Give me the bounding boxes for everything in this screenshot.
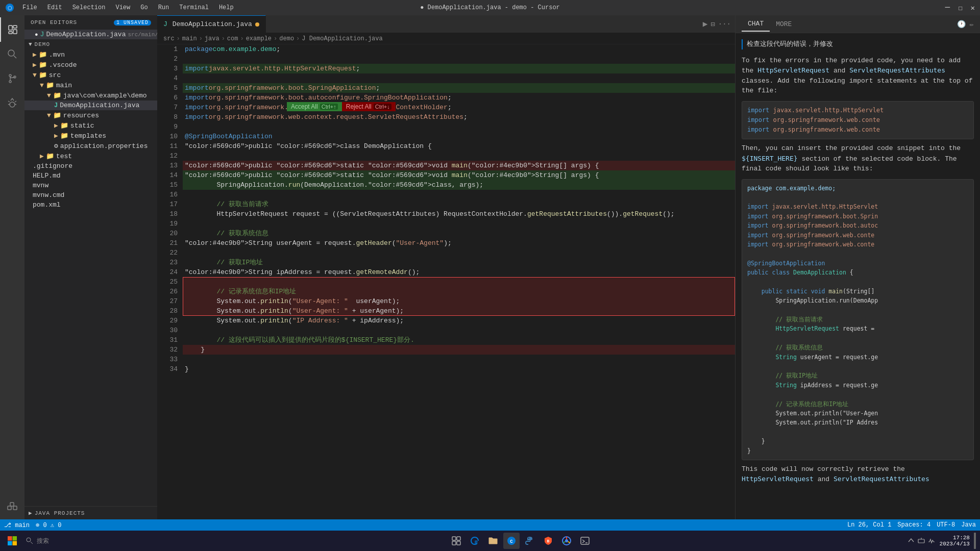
menu-help[interactable]: Help	[217, 3, 236, 12]
code-line-21: "color:#4ec9b0">String userAgent = reque…	[183, 238, 735, 248]
svg-rect-23	[13, 541, 17, 546]
terminal-btn[interactable]	[577, 533, 593, 549]
menu-view[interactable]: View	[113, 3, 132, 12]
errors-count[interactable]: ⊗ 0 ⚠ 0	[36, 521, 61, 529]
java-projects-header[interactable]: ▶ JAVA PROJECTS	[24, 506, 157, 519]
svg-rect-22	[8, 541, 12, 546]
sidebar-templates[interactable]: ▶ 📁 templates	[24, 131, 157, 141]
chrome-btn[interactable]	[558, 533, 575, 549]
cb2-close2: }	[747, 446, 968, 456]
history-btn[interactable]: 🕐	[957, 20, 966, 29]
sidebar-static[interactable]: ▶ 📁 static	[24, 120, 157, 131]
sidebar-demoapplication[interactable]: J DemoApplication.java	[24, 101, 157, 110]
menu-file[interactable]: File	[20, 3, 39, 12]
maximize-btn[interactable]: ☐	[958, 4, 962, 12]
run-btn[interactable]: ▶	[703, 19, 708, 29]
sidebar-gitignore[interactable]: .gitignore	[24, 161, 157, 171]
activity-debug[interactable]	[0, 91, 24, 115]
minimize-btn[interactable]: ─	[945, 3, 950, 12]
bc-file[interactable]: J DemoApplication.java	[302, 35, 382, 42]
code-editor[interactable]: 1234567891011121314151617181920212223242…	[157, 44, 735, 519]
accept-all-btn[interactable]: Accept All Ctrl+↑	[287, 102, 342, 111]
sidebar-appprops[interactable]: ⚙ application.properties	[24, 141, 157, 151]
line-col[interactable]: Ln 26, Col 1	[847, 521, 891, 529]
svg-point-8	[9, 74, 11, 77]
close-btn[interactable]: ✕	[971, 4, 975, 12]
titlebar-left: ⬡ File Edit Selection View Go Run Termin…	[5, 3, 236, 12]
bc-main[interactable]: main	[182, 35, 197, 42]
sidebar-main[interactable]: ▼ 📁 main	[24, 80, 157, 90]
accept-reject-bar: Accept All Ctrl+↑ Reject All Ctrl+↓	[287, 102, 396, 111]
file-tree: ▶ 📁 .mvn ▶ 📁 .vscode ▼ 📁 src ▼ 📁	[24, 49, 157, 210]
sidebar-resources[interactable]: ▼ 📁 resources	[24, 110, 157, 120]
start-btn[interactable]	[4, 533, 20, 549]
activity-search[interactable]	[0, 42, 24, 66]
activity-explorer[interactable]	[0, 17, 24, 42]
activity-extensions[interactable]	[0, 495, 24, 519]
sidebar-java-path[interactable]: ▼ 📁 java\com\example\demo	[24, 90, 157, 101]
code-line-18: HttpServletRequest request = ((ServletRe…	[183, 209, 735, 219]
bc-src[interactable]: src	[163, 35, 175, 42]
bc-java[interactable]: java	[205, 35, 219, 42]
tab-demoapplication[interactable]: J DemoApplication.java	[157, 15, 266, 33]
sidebar-vscode[interactable]: ▶ 📁 .vscode	[24, 60, 157, 70]
chat-tab[interactable]: CHAT	[742, 17, 770, 32]
svg-rect-40	[918, 539, 924, 543]
cb2-ann: @SpringBootApplication	[747, 259, 968, 268]
reject-all-btn[interactable]: Reject All Ctrl+↓	[342, 102, 396, 111]
demo-section-header[interactable]: ▼ DEMO	[24, 39, 157, 49]
sidebar-mvnwcmd[interactable]: mvnw.cmd	[24, 190, 157, 200]
taskbar: 搜索 C B	[0, 531, 980, 551]
sidebar-mvnw[interactable]: mvnw	[24, 181, 157, 190]
menu-selection[interactable]: Selection	[70, 3, 108, 12]
svg-rect-20	[8, 536, 12, 541]
open-file-demoapplication[interactable]: ● J DemoApplication.java src/main/...	[24, 30, 157, 39]
bc-com[interactable]: com	[227, 35, 238, 42]
search-taskbar[interactable]: 搜索	[22, 533, 135, 549]
svg-rect-2	[9, 26, 12, 30]
git-branch[interactable]: ⎇ main	[4, 521, 30, 529]
brave-btn[interactable]: B	[540, 533, 556, 549]
tab-label: DemoApplication.java	[173, 20, 252, 28]
menu-go[interactable]: Go	[138, 3, 150, 12]
task-view-btn[interactable]	[448, 533, 464, 549]
menu-terminal[interactable]: Terminal	[177, 3, 211, 12]
more-tab[interactable]: MORE	[770, 17, 798, 31]
code-line-34: }	[183, 364, 735, 374]
menu-bar[interactable]: File Edit Selection View Go Run Terminal…	[20, 3, 236, 12]
sidebar-pomxml[interactable]: pom.xml	[24, 200, 157, 210]
code-line-5: import org.springframework.boot.SpringAp…	[183, 83, 735, 93]
sidebar-test[interactable]: ▶ 📁 test	[24, 151, 157, 161]
sidebar-mvn[interactable]: ▶ 📁 .mvn	[24, 49, 157, 60]
cb2-blank6	[747, 362, 968, 371]
show-desktop-btn[interactable]	[974, 533, 976, 549]
sidebar-src[interactable]: ▼ 📁 src	[24, 70, 157, 80]
menu-edit[interactable]: Edit	[45, 3, 64, 12]
explorer-btn[interactable]	[485, 533, 501, 549]
encoding[interactable]: UTF-8	[937, 521, 955, 529]
new-chat-btn[interactable]: ✏	[970, 20, 974, 29]
sidebar-helpmd[interactable]: HELP.md	[24, 171, 157, 181]
spaces[interactable]: Spaces: 4	[897, 521, 930, 529]
code-line-28: System.out.println("User-Agent: " + user…	[183, 306, 735, 316]
taskbar-right: 17:28 2023/4/13	[907, 533, 976, 549]
code-line-17: // 获取当前请求	[183, 199, 735, 209]
bc-demo[interactable]: demo	[279, 35, 294, 42]
clock[interactable]: 17:28 2023/4/13	[940, 535, 970, 547]
activity-git[interactable]	[0, 66, 24, 91]
edge-btn[interactable]	[467, 533, 483, 549]
code-line-20: // 获取系统信息	[183, 229, 735, 238]
language[interactable]: Java	[961, 521, 976, 529]
code-line-7: import org.springframework.web.context.r…	[183, 103, 735, 112]
bc-example[interactable]: example	[246, 35, 272, 42]
chat-prompt: 检查这段代码的错误，并修改	[742, 39, 974, 49]
titlebar-right[interactable]: ─ ☐ ✕	[945, 3, 975, 12]
more-actions-btn[interactable]: ···	[718, 20, 731, 28]
python-btn[interactable]	[522, 533, 538, 549]
split-editor-btn[interactable]: ⊟	[710, 20, 715, 29]
svg-point-9	[9, 81, 11, 83]
cb2-class: public class DemoApplication {	[747, 268, 968, 277]
cursor-btn[interactable]: C	[503, 533, 520, 549]
menu-run[interactable]: Run	[156, 3, 172, 12]
code-content[interactable]: package com.example.demo; import javax.s…	[183, 44, 735, 519]
